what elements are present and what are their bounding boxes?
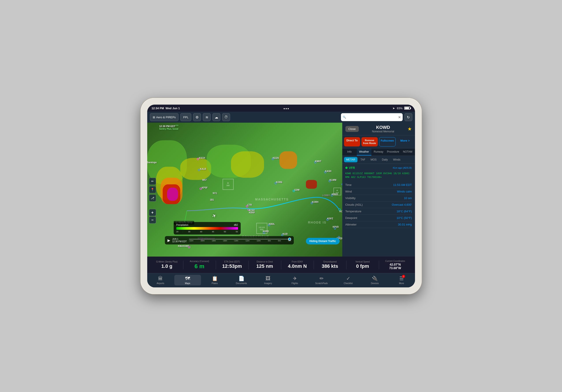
airport-KPSF[interactable] [200, 188, 202, 190]
timeline: ▶ JUN 1 12:30 PM EDT -22m-20m-18m-16m-14… [165, 236, 294, 245]
nav-flights[interactable]: ✈ Flights [281, 275, 308, 285]
weather-icon: ☁ [215, 115, 218, 119]
wx-yellow-blob3 [231, 151, 264, 178]
search-clear-button[interactable]: ✕ [398, 115, 401, 119]
status-bar: 12:34 PM Wed Jun 1 ➤ 83% [147, 105, 415, 112]
search-input[interactable]: KOWD REVSS CTR HN... [347, 116, 398, 119]
subtab-mos[interactable]: MOS [368, 157, 379, 162]
more-icon: ☰ 1 [399, 276, 404, 281]
subtab-daily[interactable]: Daily [380, 157, 390, 162]
timeline-dot[interactable] [288, 238, 291, 241]
state-massachusetts: MASSACHUSETTS [255, 198, 289, 201]
settings-button[interactable]: ⚙ [193, 113, 201, 121]
wx-yellow-blob2 [180, 158, 211, 180]
label-KORH: KORH [312, 201, 318, 203]
tab-notam[interactable]: NOTAM [400, 148, 415, 156]
stat-eta: ETA Dest (EDT) 12:53pm [216, 260, 248, 269]
stat-distance: Distance to Dest 125 nm [249, 260, 281, 269]
layers-button[interactable]: ⊞ Aero & PIREPs [150, 113, 179, 121]
label-W57: W57 [202, 179, 207, 181]
weather-content[interactable]: VFR 41m ago (ADS-B) KOWD 011553Z 00000KT… [342, 164, 415, 257]
label-KMC-KSWF: KMcKSWF [178, 245, 189, 247]
airport-KALB[interactable] [198, 169, 200, 171]
airport-KSCH[interactable] [197, 158, 199, 160]
label-KPSF: KPSF [202, 187, 208, 189]
toolbar: ⊞ Aero & PIREPs FPL ⚙ ≋ ☁ ⏱ 🔍 KOWD REVSS… [147, 112, 415, 123]
scratchpads-icon: ✏ [320, 276, 324, 281]
nav-more[interactable]: ☰ 1 More [388, 275, 415, 285]
label-KIJD: KIJD [283, 233, 288, 235]
plates-icon: 📋 [212, 276, 218, 281]
label-GDM: GDM [294, 189, 300, 191]
direct-to-button[interactable]: Direct To [344, 137, 360, 146]
label-KBDL: KBDL [269, 223, 275, 225]
fpl-button[interactable]: FPL [180, 113, 191, 121]
zoom-out-button[interactable]: − [149, 216, 156, 224]
tab-info[interactable]: Info [342, 148, 357, 156]
tab-weather[interactable]: Weather [357, 148, 371, 156]
timer-button[interactable]: ⏱ [222, 113, 230, 121]
timeline-track[interactable] [189, 239, 291, 240]
route-tool[interactable]: ⎇ [149, 194, 156, 202]
timer-icon: ⏱ [224, 115, 228, 119]
more-button[interactable]: More > [397, 137, 413, 146]
nav-airports[interactable]: 🏛 Airports [147, 275, 174, 285]
subtab-metar[interactable]: METAR [344, 157, 357, 162]
play-button[interactable]: ▶ [167, 238, 170, 243]
location-tool[interactable]: 📍 [149, 186, 156, 193]
traffic-filter-button[interactable]: ≋ [203, 113, 211, 121]
nav-maps[interactable]: 🗺 Maps [174, 275, 201, 285]
airport-KBVY[interactable] [342, 183, 342, 185]
pencil-tool[interactable]: ✏ [149, 178, 156, 185]
tab-runway[interactable]: Runway [371, 148, 386, 156]
refresh-icon: ↻ [407, 115, 410, 119]
gear-icon: ⚙ [196, 115, 199, 119]
map-area[interactable]: MASSACHUSETTS CONNECTICUT RHODE IS 12:30… [147, 123, 342, 257]
label-KORE: KORE [276, 181, 282, 183]
weather-active-button[interactable]: ☁ [212, 113, 220, 121]
label-NY1: NY1 [213, 192, 217, 194]
location-icon: ➤ [393, 107, 395, 110]
subtab-taf[interactable]: TAF [358, 157, 368, 162]
airport-name: Norwood Memorial [359, 130, 408, 133]
subtab-winds[interactable]: Winds [391, 157, 402, 162]
airport-code: KOWD [359, 125, 408, 130]
favorite-button[interactable]: ★ [408, 126, 412, 132]
weather-row-clouds: Clouds (AGL) Overcast 4,600' [345, 202, 412, 208]
hiding-traffic-button[interactable]: Hiding Distant Traffic [306, 238, 340, 245]
maps-icon: 🗺 [185, 276, 190, 281]
nav-documents[interactable]: 📄 Documents [228, 275, 255, 285]
metar-raw: KOWD 011553Z 00000KT 10SM OVC046 18/10 A… [345, 172, 412, 179]
nav-checklist[interactable]: ✓ Checklist [335, 275, 362, 285]
label-KBAF: KBAF [249, 212, 255, 214]
stat-accuracy: Accuracy (Connext) 6 m [183, 260, 216, 270]
remove-from-route-button[interactable]: Remove from Route [362, 137, 378, 146]
fullscreen-button[interactable]: Fullscreen [379, 137, 396, 146]
weather-row-time: Time 11:53 AM EDT [345, 182, 412, 188]
label-KPVD: KPVD [333, 226, 339, 228]
precip-labels: 203040455055 [176, 231, 238, 233]
airplane-icon: ✈ [211, 212, 217, 219]
close-button[interactable]: Close [345, 126, 359, 132]
nav-devices[interactable]: 🔌 Devices [362, 275, 388, 285]
vfr-status-row: VFR 41m ago (ADS-B) [345, 166, 412, 169]
tab-procedure[interactable]: Procedure [386, 148, 400, 156]
bottom-nav: 🏛 Airports 🗺 Maps 📋 Plates 📄 Documents 🖼… [147, 273, 415, 287]
nav-plates[interactable]: 📋 Plates [201, 275, 228, 285]
nav-scratchpads[interactable]: ✏ ScratchPads [308, 275, 335, 285]
refresh-button[interactable]: ↻ [404, 113, 412, 121]
flights-icon: ✈ [293, 276, 297, 281]
ads-b-time: 41m ago (ADS-B) [393, 167, 412, 169]
label-KASH: KASH [325, 170, 331, 172]
battery-pct: 83% [397, 107, 402, 110]
search-box[interactable]: 🔍 KOWD REVSS CTR HN... ✕ [341, 113, 403, 121]
status-dots [284, 107, 289, 109]
ipad-frame: 12:34 PM Wed Jun 1 ➤ 83% ⊞ Aero & PIREPs [140, 98, 422, 294]
ipad-screen: 12:34 PM Wed Jun 1 ➤ 83% ⊞ Aero & PIREPs [147, 105, 415, 287]
battery-icon [404, 107, 410, 110]
layers-icon: ⊞ [153, 116, 155, 119]
map-tools: ✏ 📍 ⎇ [149, 178, 156, 202]
label-CTR: CTR [247, 204, 252, 206]
zoom-in-button[interactable]: + [149, 209, 156, 216]
nav-imagery[interactable]: 🖼 Imagery [255, 275, 281, 285]
